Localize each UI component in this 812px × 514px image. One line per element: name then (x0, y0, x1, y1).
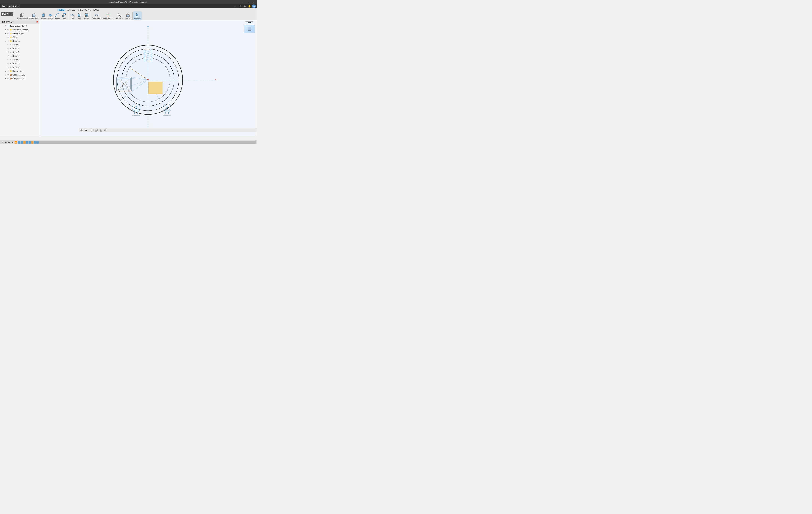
view-cube[interactable]: TOP (244, 21, 255, 33)
construct-label: CONSTRUCT ▾ (103, 18, 113, 19)
cylinder-button[interactable]: Cylinder (83, 11, 90, 20)
svg-line-4 (35, 13, 36, 14)
svg-point-26 (95, 14, 96, 16)
svg-line-3 (33, 13, 35, 14)
close-button[interactable]: × (251, 0, 257, 4)
svg-marker-36 (136, 13, 139, 17)
svg-rect-66 (148, 82, 163, 94)
tree-item-component2[interactable]: ▶ 👁 📦 Component2:1 (0, 77, 39, 80)
svg-line-13 (64, 14, 66, 16)
box-icon (77, 12, 82, 17)
tree-label-root: laser guide v4 v4 (10, 25, 25, 27)
select-button[interactable]: SELECT ▾ (133, 11, 142, 20)
tree-item-sketch6[interactable]: 👁 ✏ Sketch6 (0, 62, 39, 65)
svg-line-18 (78, 13, 79, 14)
tree-item-sketch1[interactable]: 👁 ✏ Sketch1 (0, 43, 39, 47)
toolbar-divider-2 (68, 12, 68, 19)
tree-item-sketch4[interactable]: 👁 ✏ Sketch4 (0, 54, 39, 58)
svg-line-12 (62, 14, 64, 16)
svg-point-79 (169, 113, 169, 114)
inspect-button[interactable]: INSPECT ▾ (114, 11, 123, 20)
tree-label-sketch3: Sketch3 (12, 51, 19, 53)
tree-label-sketch7: Sketch7 (12, 66, 19, 68)
revolve-label: Revolve (48, 18, 53, 19)
user-avatar[interactable]: JW (252, 4, 256, 8)
timeline-marker-3 (23, 141, 26, 144)
revolve-icon (48, 12, 53, 17)
tab-solid[interactable]: SOLID (57, 9, 65, 11)
insert-button[interactable]: INSERT ▾ (124, 11, 132, 20)
browser-pin-icon[interactable]: 📌 (36, 21, 38, 23)
box-button[interactable]: Box (76, 11, 83, 20)
settings-icon[interactable]: ⚙ (243, 4, 247, 8)
cylinder-icon (84, 12, 89, 17)
create-sketch-button[interactable]: Create Sketch (29, 11, 40, 20)
tree-item-sketch7[interactable]: 👁 ✏ Sketch7 (0, 65, 39, 69)
hole-button[interactable]: Hole (69, 11, 76, 20)
tree-item-origin[interactable]: ▶ 👁 📁 Origin (0, 35, 39, 39)
loft-button[interactable]: Loft (61, 11, 67, 20)
display-mode-button[interactable] (94, 129, 98, 132)
new-component-button[interactable]: New Component (16, 11, 29, 20)
sweep-button[interactable]: Sweep (54, 11, 61, 20)
construct-button[interactable]: CONSTRUCT ▾ (102, 11, 114, 20)
select-icon (135, 12, 140, 17)
svg-point-81 (147, 26, 149, 27)
minimize-button[interactable]: — (241, 0, 246, 4)
tree-item-sketch5[interactable]: 👁 ✏ Sketch5 (0, 58, 39, 62)
timeline-skip-end[interactable]: ⏭ (11, 141, 14, 144)
tab-close-icon[interactable]: × (18, 5, 19, 7)
notifications-icon[interactable]: 🔔 (248, 4, 251, 8)
zoom-in-button[interactable] (89, 129, 92, 132)
svg-line-33 (120, 16, 121, 17)
tab-sheet-metal[interactable]: SHEET METAL (77, 9, 92, 11)
revolve-button[interactable]: Revolve (47, 11, 54, 20)
sweep-icon (55, 12, 60, 17)
timeline-marker-6 (31, 141, 33, 144)
tree-item-doc-settings[interactable]: ▶ 👁 📁 Document Settings (0, 28, 39, 32)
svg-point-23 (85, 16, 88, 17)
tree-item-component1[interactable]: ▶ 👁 📦 Component1:1 (0, 73, 39, 77)
fit-view-button[interactable] (80, 129, 83, 132)
svg-point-31 (108, 15, 109, 15)
tab-tools[interactable]: TOOLS (92, 9, 100, 11)
maximize-button[interactable]: □ (246, 0, 251, 4)
timeline-play[interactable]: ⏩ (14, 141, 17, 144)
design-button[interactable]: DESIGN ▾ (1, 12, 13, 16)
timeline-track[interactable] (18, 141, 256, 144)
tab-surface[interactable]: SURFACE (65, 9, 77, 11)
svg-line-5 (35, 14, 36, 17)
tree-item-construction[interactable]: ▶ 👁 📁 Construction (0, 69, 39, 73)
timeline-next[interactable]: ▶ (7, 141, 10, 144)
assemble-label: ASSEMBLE ▾ (92, 18, 101, 19)
timeline-marker-7 (34, 141, 36, 144)
viewport[interactable]: TOP | (39, 20, 257, 136)
zoom-extents-button[interactable] (84, 129, 88, 132)
svg-rect-34 (126, 15, 129, 17)
help-icon[interactable]: ? (238, 4, 242, 8)
new-tab-button[interactable]: + (234, 4, 238, 8)
active-tab[interactable]: laser guide v4 v4* × (1, 4, 21, 8)
tree-item-sketch3[interactable]: 👁 ✏ Sketch3 (0, 50, 39, 54)
tab-label: laser guide v4 v4* (2, 5, 17, 7)
create-sketch-label: Create Sketch (29, 18, 39, 19)
cylinder-label: Cylinder (84, 18, 89, 19)
timeline-prev[interactable]: ◀ (4, 141, 7, 144)
grid-button[interactable] (99, 129, 103, 132)
joint-button[interactable]: ASSEMBLE ▾ (91, 11, 102, 20)
joint-icon (94, 12, 99, 17)
browser-collapse-icon[interactable]: ◀ (1, 21, 3, 23)
tree-item-sketch2[interactable]: 👁 ✏ Sketch2 (0, 47, 39, 50)
timeline-marker-2 (21, 141, 23, 144)
visual-style-button[interactable] (104, 129, 107, 132)
timeline-marker-1 (18, 141, 20, 144)
bottom-toolbar: | (79, 128, 257, 132)
browser-header: ◀ BROWSER 📌 (0, 20, 39, 24)
tree-item-sketches[interactable]: ▼ 👁 📁 Sketches (0, 39, 39, 43)
tree-item-root[interactable]: ▼ 👁 📄 laser guide v4 v4 ⚙ (0, 24, 39, 28)
extrude-button[interactable]: Extrude (40, 11, 47, 20)
svg-point-72 (138, 113, 138, 114)
loft-icon (62, 12, 66, 17)
tree-item-named-views[interactable]: ▶ 👁 📁 Named Views (0, 32, 39, 35)
timeline-skip-start[interactable]: ⏮ (1, 141, 4, 144)
